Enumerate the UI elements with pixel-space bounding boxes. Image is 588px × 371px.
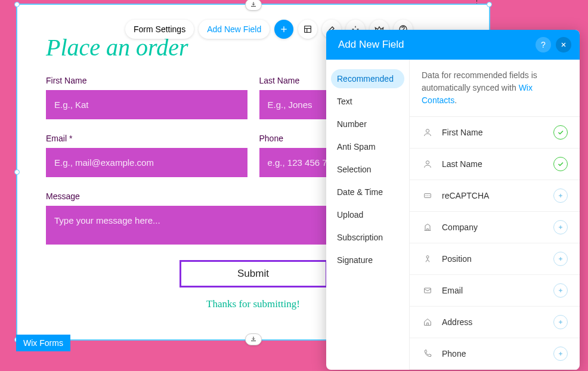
nav-subscription[interactable]: Subscription — [331, 228, 404, 247]
label-first-name: First Name — [46, 76, 247, 85]
person-icon — [422, 128, 434, 137]
panel-nav: Recommended Text Number Anti Spam Select… — [326, 60, 410, 370]
download-icon — [250, 336, 257, 343]
svg-point-2 — [426, 129, 429, 132]
field-option[interactable]: Position — [410, 243, 580, 275]
nav-signature[interactable]: Signature — [331, 251, 404, 270]
layout-icon — [303, 24, 312, 34]
field-option-label: reCAPTCHA — [442, 191, 545, 200]
anchor-button-top[interactable] — [245, 0, 262, 11]
input-email[interactable] — [46, 148, 247, 177]
added-indicator — [553, 125, 568, 140]
svg-point-5 — [426, 256, 429, 258]
info-suffix: . — [454, 95, 457, 105]
position-icon — [422, 254, 434, 264]
anchor-button-bottom[interactable] — [245, 333, 262, 345]
label-email: Email * — [46, 134, 247, 143]
add-button[interactable] — [274, 20, 293, 39]
field-option[interactable]: First Name — [410, 117, 580, 149]
nav-recommended[interactable]: Recommended — [331, 69, 404, 88]
panel-header: Add New Field ? — [326, 30, 580, 60]
panel-help-button[interactable]: ? — [536, 37, 551, 52]
resize-handle[interactable] — [487, 2, 492, 7]
address-icon — [422, 317, 434, 327]
field-option-label: Position — [442, 254, 545, 264]
field-option-label: Last Name — [442, 159, 545, 169]
field-option[interactable]: Phone — [410, 338, 580, 370]
add-field-panel: Add New Field ? Recommended Text Number … — [326, 30, 580, 370]
field-option[interactable]: Email — [410, 275, 580, 307]
company-icon — [422, 222, 434, 232]
panel-title: Add New Field — [338, 39, 404, 51]
add-field-button[interactable] — [553, 347, 568, 361]
add-field-button[interactable] — [553, 188, 568, 203]
field-option[interactable]: Company — [410, 212, 580, 243]
field-option-label: First Name — [442, 128, 545, 137]
person-icon — [422, 159, 434, 169]
element-tag[interactable]: Wix Forms — [16, 335, 70, 351]
field-first-name: First Name — [46, 76, 247, 119]
svg-point-3 — [426, 161, 429, 164]
add-field-button[interactable] — [553, 220, 568, 234]
submit-button[interactable]: Submit — [180, 260, 327, 287]
close-icon — [560, 41, 567, 48]
nav-number[interactable]: Number — [331, 115, 404, 134]
field-option-label: Company — [442, 222, 545, 232]
phone-icon — [422, 349, 434, 358]
field-option-label: Phone — [442, 349, 545, 358]
resize-handle[interactable] — [14, 169, 20, 175]
field-option[interactable]: Address — [410, 307, 580, 338]
field-list: First NameLast NamereCAPTCHACompanyPosit… — [410, 117, 580, 370]
svg-rect-0 — [305, 26, 311, 33]
add-field-button[interactable] — [553, 283, 568, 298]
captcha-icon — [422, 191, 434, 200]
email-icon — [422, 286, 434, 295]
added-indicator — [553, 157, 568, 171]
layout-button[interactable] — [298, 20, 317, 39]
nav-upload[interactable]: Upload — [331, 205, 404, 224]
field-option-label: Email — [442, 286, 545, 295]
svg-rect-6 — [425, 288, 431, 293]
plus-icon — [279, 24, 289, 34]
input-first-name[interactable] — [46, 90, 247, 119]
nav-datetime[interactable]: Date & Time — [331, 183, 404, 202]
add-field-button[interactable] — [553, 315, 568, 329]
add-field-button[interactable] — [553, 252, 568, 266]
download-icon — [250, 1, 257, 8]
nav-text[interactable]: Text — [331, 92, 404, 111]
field-email: Email * — [46, 134, 247, 177]
nav-selection[interactable]: Selection — [331, 160, 404, 179]
add-new-field-button[interactable]: Add New Field — [199, 20, 270, 39]
nav-antispam[interactable]: Anti Spam — [331, 137, 404, 156]
panel-close-button[interactable] — [556, 37, 571, 52]
field-option[interactable]: reCAPTCHA — [410, 180, 580, 212]
info-bar: Data for recommended fields is automatic… — [410, 60, 580, 117]
form-settings-button[interactable]: Form Settings — [125, 20, 194, 39]
field-option-label: Address — [442, 317, 545, 327]
field-option[interactable]: Last Name — [410, 149, 580, 180]
resize-handle[interactable] — [14, 2, 20, 7]
